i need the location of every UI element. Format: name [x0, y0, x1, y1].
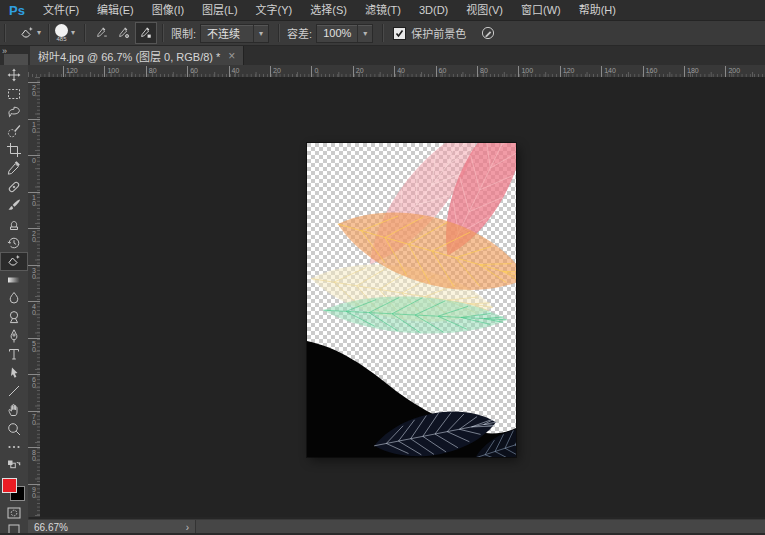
v-ruler-label: 10	[28, 192, 40, 206]
close-icon[interactable]: ×	[228, 50, 235, 62]
v-ruler-label: 60	[28, 374, 40, 388]
divider	[4, 24, 6, 42]
tools-panel	[0, 65, 29, 535]
menu-11[interactable]: 帮助(H)	[570, 0, 625, 20]
chevron-down-icon: ▾	[253, 25, 268, 42]
tool-background-eraser[interactable]	[0, 252, 28, 271]
tablet-pressure-button[interactable]	[480, 25, 496, 41]
zoom-level-field[interactable]: 66.67% ›	[28, 520, 196, 534]
tool-crop[interactable]	[0, 140, 28, 159]
divider	[162, 24, 164, 42]
menu-bar: Ps 文件(F)编辑(E)图像(I)图层(L)文字(Y)选择(S)滤镜(T)3D…	[0, 0, 765, 21]
tool-history-brush[interactable]	[0, 233, 28, 252]
tool-path-selection[interactable]	[0, 364, 28, 383]
menu-3[interactable]: 图像(I)	[143, 0, 193, 20]
foreground-color-swatch[interactable]	[2, 478, 17, 493]
tool-pen[interactable]	[0, 326, 28, 345]
h-ruler-label: 200	[725, 66, 740, 77]
h-ruler-label: 40	[229, 66, 240, 77]
divider	[84, 24, 86, 42]
tool-move[interactable]	[0, 66, 28, 85]
canvas-area[interactable]	[40, 77, 765, 517]
tool-quick-mask[interactable]	[0, 504, 28, 523]
menu-10[interactable]: 窗口(W)	[512, 0, 570, 20]
document-tab-bar: » 树叶4.jpg @ 66.7% (图层 0, RGB/8) * ×	[0, 46, 765, 65]
h-ruler-label: 60	[436, 66, 447, 77]
menu-9[interactable]: 视图(V)	[457, 0, 512, 20]
h-ruler-label: 120	[560, 66, 575, 77]
limits-value: 不连续	[201, 25, 253, 41]
tools-list	[0, 66, 28, 475]
h-ruler-label: 140	[601, 66, 616, 77]
tool-line[interactable]	[0, 382, 28, 401]
sampling-background-swatch-button[interactable]	[135, 22, 157, 44]
v-ruler-label: 10	[28, 119, 40, 133]
chevron-right-icon[interactable]: ›	[186, 522, 189, 533]
menu-8[interactable]: 3D(D)	[410, 0, 457, 20]
divider	[48, 24, 50, 42]
limits-dropdown[interactable]: 不连续 ▾	[200, 24, 269, 43]
leaf-image	[307, 143, 516, 457]
divider	[278, 24, 280, 42]
tool-brush[interactable]	[0, 196, 28, 215]
menu-2[interactable]: 编辑(E)	[88, 0, 143, 20]
tool-quick-selection[interactable]	[0, 122, 28, 141]
tools-panel-grip[interactable]	[4, 54, 28, 65]
photoshop-window: Ps 文件(F)编辑(E)图像(I)图层(L)文字(Y)选择(S)滤镜(T)3D…	[0, 0, 765, 535]
tool-zoom[interactable]	[0, 419, 28, 438]
tool-eyedropper[interactable]	[0, 159, 28, 178]
tool-type[interactable]	[0, 345, 28, 364]
tolerance-dropdown[interactable]: 100% ▾	[316, 24, 373, 43]
tool-dodge[interactable]	[0, 308, 28, 327]
menu-7[interactable]: 滤镜(T)	[356, 0, 410, 20]
v-ruler-label: 20	[28, 82, 40, 96]
tool-preset-picker[interactable]: ▾	[17, 24, 43, 42]
v-ruler-label: 20	[28, 228, 40, 242]
h-ruler-label: 100	[104, 66, 119, 77]
sampling-once-button[interactable]	[113, 22, 135, 44]
menu-4[interactable]: 图层(L)	[193, 0, 246, 20]
tool-gradient[interactable]	[0, 271, 28, 290]
v-ruler-label: 50	[28, 338, 40, 352]
tool-options-bar: ▾ 485 ▾ 限制: 不连续 ▾ 容差: 100% ▾	[0, 21, 765, 46]
protect-foreground-label: 保护前景色	[411, 25, 466, 41]
tool-default-colors[interactable]	[0, 456, 28, 475]
tab-title: 树叶4.jpg @ 66.7% (图层 0, RGB/8) *	[38, 48, 220, 64]
v-ruler-label: 0	[28, 155, 40, 163]
chevron-down-icon: ▾	[71, 29, 75, 37]
tool-hand[interactable]	[0, 401, 28, 420]
divider	[382, 24, 384, 42]
tool-edit-toolbar[interactable]	[0, 438, 28, 457]
menu-1[interactable]: 文件(F)	[34, 0, 88, 20]
h-ruler-label: 0	[311, 66, 318, 77]
menu-6[interactable]: 选择(S)	[301, 0, 356, 20]
menu-5[interactable]: 文字(Y)	[247, 0, 302, 20]
limits-label: 限制:	[171, 25, 196, 41]
h-ruler-label: 60	[187, 66, 198, 77]
tool-lasso[interactable]	[0, 103, 28, 122]
tool-spot-healing-brush[interactable]	[0, 178, 28, 197]
status-bar: 66.67% ›	[28, 519, 765, 534]
document-canvas[interactable]	[307, 143, 516, 457]
tool-rectangular-marquee[interactable]	[0, 85, 28, 104]
tool-clone-stamp[interactable]	[0, 215, 28, 234]
menu-bar-items: 文件(F)编辑(E)图像(I)图层(L)文字(Y)选择(S)滤镜(T)3D(D)…	[34, 0, 625, 20]
color-swatches	[2, 478, 28, 504]
chevron-down-icon: ▾	[357, 25, 372, 42]
v-ruler-label: 90	[28, 484, 40, 498]
zoom-level-value: 66.67%	[34, 522, 68, 533]
h-ruler-label: 80	[146, 66, 157, 77]
h-ruler-label: 120	[63, 66, 78, 77]
protect-foreground-checkbox[interactable]: 保护前景色	[393, 25, 466, 41]
v-ruler-label: 30	[28, 265, 40, 279]
h-ruler-label: 180	[684, 66, 699, 77]
v-ruler-label: 80	[28, 447, 40, 461]
tool-blur[interactable]	[0, 289, 28, 308]
sampling-continuous-button[interactable]	[91, 22, 113, 44]
h-ruler-label: 100	[518, 66, 533, 77]
h-ruler-label: 160	[643, 66, 658, 77]
document-tab[interactable]: 树叶4.jpg @ 66.7% (图层 0, RGB/8) * ×	[30, 46, 244, 65]
brush-preset-picker[interactable]: 485 ▾	[55, 24, 75, 42]
h-ruler-label: 20	[270, 66, 281, 77]
tolerance-label: 容差:	[287, 25, 312, 41]
